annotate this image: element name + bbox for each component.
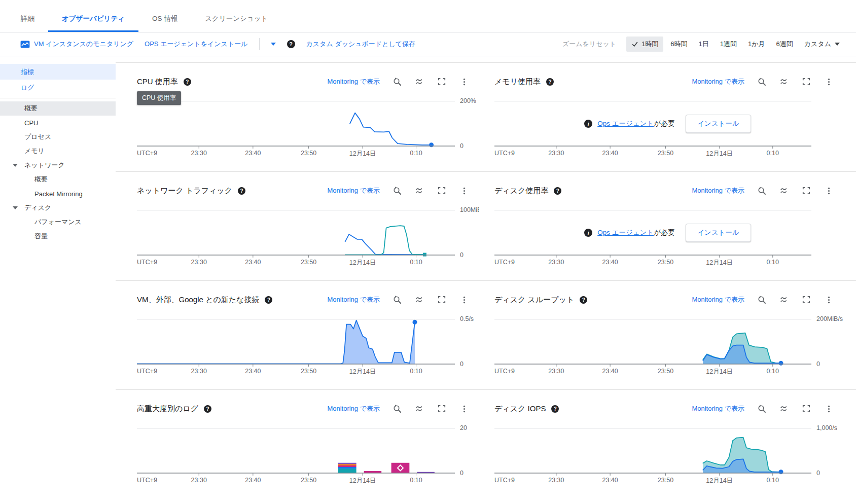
tab-label: 詳細 bbox=[21, 14, 34, 23]
chart-plot-area[interactable] bbox=[137, 428, 455, 477]
sidebar-item-disk[interactable]: ディスク bbox=[0, 201, 116, 215]
tab-screenshot[interactable]: スクリーンショット bbox=[191, 7, 281, 32]
time-range-1w[interactable]: 1週間 bbox=[716, 37, 741, 52]
sidebar-item-capacity[interactable]: 容量 bbox=[0, 229, 116, 243]
chart-plot-area[interactable] bbox=[137, 210, 455, 259]
chart-options-icon[interactable] bbox=[414, 295, 424, 305]
tab-details[interactable]: 詳細 bbox=[7, 7, 48, 32]
monitoring-link[interactable]: Monitoring で表示 bbox=[327, 77, 380, 86]
time-range-custom[interactable]: カスタム bbox=[800, 37, 844, 52]
fullscreen-icon[interactable] bbox=[801, 404, 811, 414]
monitoring-link[interactable]: Monitoring で表示 bbox=[327, 404, 380, 413]
help-icon[interactable]: ? bbox=[204, 405, 211, 413]
monitoring-link[interactable]: Monitoring で表示 bbox=[327, 186, 380, 195]
fullscreen-icon[interactable] bbox=[801, 77, 811, 87]
zoom-reset-icon[interactable] bbox=[392, 77, 402, 87]
help-icon[interactable]: ? bbox=[580, 296, 587, 304]
monitoring-link[interactable]: Monitoring で表示 bbox=[327, 295, 380, 304]
sidebar-item-label: 指標 bbox=[21, 67, 34, 77]
install-button[interactable]: インストール bbox=[686, 115, 751, 133]
x-axis-labels: UTC+923:3023:4023:5012月14日0:10 bbox=[494, 477, 811, 485]
sidebar-item-network[interactable]: ネットワーク bbox=[0, 158, 116, 172]
sidebar-item-network-overview[interactable]: 概要 bbox=[0, 172, 116, 187]
chart-options-icon[interactable] bbox=[414, 404, 424, 414]
tab-observability[interactable]: オブザーバビリティ bbox=[48, 7, 138, 32]
sidebar-item-packet-mirroring[interactable]: Packet Mirroring bbox=[0, 187, 116, 201]
zoom-reset-icon[interactable] bbox=[392, 295, 402, 305]
more-options-icon[interactable] bbox=[824, 404, 834, 414]
sidebar-item-label: 概要 bbox=[24, 104, 38, 113]
fullscreen-icon[interactable] bbox=[437, 186, 447, 196]
time-range-1mo[interactable]: 1か月 bbox=[744, 37, 769, 52]
help-icon[interactable]: ? bbox=[551, 405, 559, 413]
help-icon[interactable]: ? bbox=[265, 296, 272, 304]
fullscreen-icon[interactable] bbox=[801, 295, 811, 305]
fullscreen-icon[interactable] bbox=[437, 295, 447, 305]
ops-agent-link[interactable]: Ops エージェント bbox=[597, 228, 654, 237]
time-range-1h[interactable]: 1時間 bbox=[626, 37, 663, 52]
x-axis-tick-label: 23:40 bbox=[602, 259, 618, 266]
sidebar-item-performance[interactable]: パフォーマンス bbox=[0, 215, 116, 229]
chart-plot-area[interactable] bbox=[137, 101, 455, 150]
x-axis-tick-label: 12月14日 bbox=[706, 368, 733, 376]
help-icon[interactable]: ? bbox=[287, 40, 295, 48]
install-button[interactable]: インストール bbox=[686, 224, 751, 242]
more-options-icon[interactable] bbox=[459, 295, 469, 305]
x-axis-timezone-label: UTC+9 bbox=[494, 150, 515, 157]
more-options-icon[interactable] bbox=[459, 186, 469, 196]
fullscreen-icon[interactable] bbox=[437, 77, 447, 87]
sidebar-item-overview[interactable]: 概要 bbox=[0, 101, 116, 116]
chart-options-icon[interactable] bbox=[779, 404, 789, 414]
chart-options-icon[interactable] bbox=[779, 295, 789, 305]
install-ops-agent-link[interactable]: OPS エージェントをインストール bbox=[145, 40, 247, 49]
monitoring-link[interactable]: Monitoring で表示 bbox=[692, 295, 744, 304]
x-axis-timezone-label: UTC+9 bbox=[494, 477, 515, 484]
help-icon[interactable]: ? bbox=[554, 187, 561, 195]
more-options-icon[interactable] bbox=[824, 186, 834, 196]
sidebar-item-logs[interactable]: ログ bbox=[0, 80, 116, 95]
tab-os-info[interactable]: OS 情報 bbox=[138, 7, 191, 32]
sidebar-item-processes[interactable]: プロセス bbox=[0, 130, 116, 144]
more-options-icon[interactable] bbox=[824, 77, 834, 87]
chart-options-icon[interactable] bbox=[779, 186, 789, 196]
zoom-reset-icon[interactable] bbox=[757, 77, 767, 87]
fullscreen-icon[interactable] bbox=[437, 404, 447, 414]
zoom-reset-button[interactable]: ズームをリセット bbox=[562, 40, 616, 49]
chart-plot-area[interactable] bbox=[137, 319, 455, 368]
fullscreen-icon[interactable] bbox=[801, 186, 811, 196]
help-icon[interactable]: ? bbox=[184, 78, 191, 86]
expand-arrow-icon[interactable] bbox=[13, 164, 18, 167]
zoom-reset-icon[interactable] bbox=[757, 404, 767, 414]
sidebar-item-memory[interactable]: メモリ bbox=[0, 144, 116, 158]
more-options-icon[interactable] bbox=[824, 295, 834, 305]
help-icon[interactable]: ? bbox=[546, 78, 554, 86]
sidebar-item-cpu[interactable]: CPU bbox=[0, 116, 116, 130]
zoom-reset-icon[interactable] bbox=[757, 295, 767, 305]
chart-plot-area[interactable] bbox=[494, 428, 811, 477]
zoom-reset-icon[interactable] bbox=[392, 404, 402, 414]
time-range-6w[interactable]: 6週間 bbox=[772, 37, 797, 52]
zoom-reset-icon[interactable] bbox=[392, 186, 402, 196]
ops-dropdown-caret-icon[interactable] bbox=[271, 43, 276, 46]
x-axis-tick-label: 23:50 bbox=[301, 477, 316, 484]
time-range-6h[interactable]: 6時間 bbox=[666, 37, 691, 52]
time-range-1d[interactable]: 1日 bbox=[695, 37, 713, 52]
save-dashboard-link[interactable]: カスタム ダッシュボードとして保存 bbox=[306, 40, 416, 49]
help-icon[interactable]: ? bbox=[238, 187, 245, 195]
expand-arrow-icon[interactable] bbox=[13, 206, 18, 209]
monitoring-link[interactable]: Monitoring で表示 bbox=[692, 77, 744, 86]
chart-options-icon[interactable] bbox=[779, 77, 789, 87]
y-axis-max-label: 200% bbox=[460, 97, 476, 104]
chart-options-icon[interactable] bbox=[414, 186, 424, 196]
sidebar-item-metrics[interactable]: 指標 bbox=[0, 64, 116, 80]
more-options-icon[interactable] bbox=[459, 77, 469, 87]
chart-options-icon[interactable] bbox=[414, 77, 424, 87]
chart-plot-area[interactable] bbox=[494, 319, 811, 368]
more-options-icon[interactable] bbox=[459, 404, 469, 414]
monitoring-link[interactable]: Monitoring で表示 bbox=[692, 186, 744, 195]
ops-agent-link[interactable]: Ops エージェント bbox=[597, 119, 654, 128]
vm-monitoring-link[interactable]: VM インスタンスのモニタリング bbox=[20, 40, 133, 49]
zoom-reset-icon[interactable] bbox=[757, 186, 767, 196]
time-range-selector: 1時間 6時間 1日 1週間 1か月 6週間 カスタム bbox=[626, 37, 844, 52]
monitoring-link[interactable]: Monitoring で表示 bbox=[692, 404, 744, 413]
